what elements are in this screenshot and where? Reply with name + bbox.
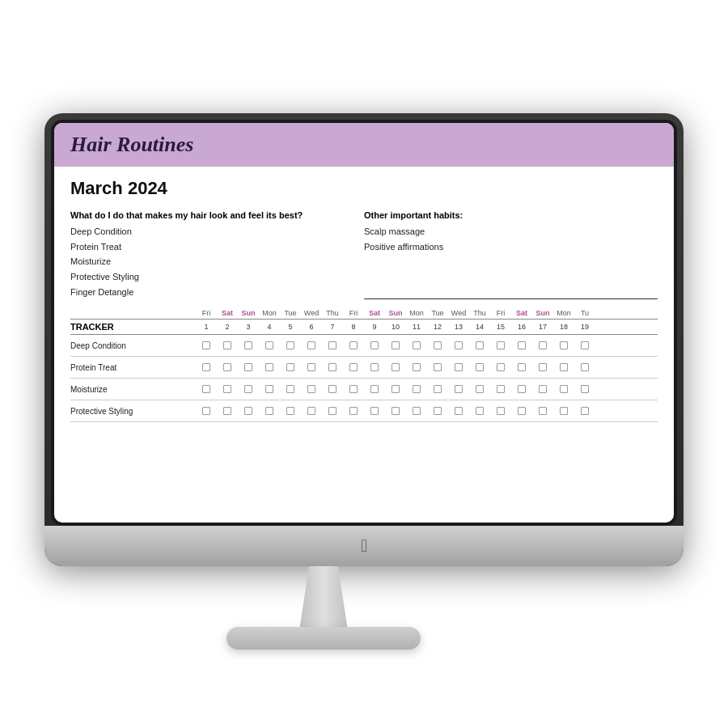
checkbox-cell[interactable] <box>238 335 259 356</box>
checkbox-cell[interactable] <box>322 357 343 378</box>
checkbox-cell[interactable] <box>574 379 595 400</box>
checkbox-box[interactable] <box>286 341 294 349</box>
checkbox-box[interactable] <box>455 363 463 371</box>
checkbox-cell[interactable] <box>532 400 553 421</box>
checkbox-box[interactable] <box>476 407 484 415</box>
checkbox-cell[interactable] <box>385 400 406 421</box>
checkbox-box[interactable] <box>349 407 358 415</box>
checkbox-cell[interactable] <box>532 357 553 378</box>
checkbox-box[interactable] <box>328 385 336 393</box>
checkbox-box[interactable] <box>455 341 463 349</box>
checkbox-box[interactable] <box>539 341 547 349</box>
checkbox-cell[interactable] <box>553 357 574 378</box>
checkbox-box[interactable] <box>581 385 589 393</box>
checkbox-box[interactable] <box>497 341 505 349</box>
checkbox-box[interactable] <box>518 341 526 349</box>
checkbox-box[interactable] <box>497 407 505 415</box>
checkbox-cell[interactable] <box>322 400 343 421</box>
checkbox-cell[interactable] <box>343 335 364 356</box>
checkbox-cell[interactable] <box>259 335 280 356</box>
checkbox-cell[interactable] <box>532 335 553 356</box>
checkbox-box[interactable] <box>244 341 252 349</box>
checkbox-cell[interactable] <box>406 379 427 400</box>
checkbox-cell[interactable] <box>385 335 406 356</box>
checkbox-box[interactable] <box>328 341 336 349</box>
checkbox-cell[interactable] <box>427 400 448 421</box>
checkbox-cell[interactable] <box>196 357 217 378</box>
checkbox-cell[interactable] <box>364 357 385 378</box>
checkbox-box[interactable] <box>223 363 231 371</box>
checkbox-cell[interactable] <box>469 335 490 356</box>
checkbox-box[interactable] <box>265 385 273 393</box>
checkbox-cell[interactable] <box>469 357 490 378</box>
checkbox-box[interactable] <box>434 407 442 415</box>
checkbox-box[interactable] <box>244 363 252 371</box>
checkbox-cell[interactable] <box>406 400 427 421</box>
checkbox-cell[interactable] <box>469 400 490 421</box>
checkbox-cell[interactable] <box>280 379 301 400</box>
checkbox-cell[interactable] <box>259 379 280 400</box>
checkbox-box[interactable] <box>434 363 442 371</box>
checkbox-cell[interactable] <box>406 357 427 378</box>
checkbox-cell[interactable] <box>490 357 511 378</box>
checkbox-box[interactable] <box>518 363 526 371</box>
checkbox-box[interactable] <box>307 341 315 349</box>
checkbox-box[interactable] <box>560 363 568 371</box>
checkbox-cell[interactable] <box>511 379 532 400</box>
checkbox-box[interactable] <box>223 341 231 349</box>
checkbox-box[interactable] <box>349 385 358 393</box>
checkbox-cell[interactable] <box>259 357 280 378</box>
checkbox-box[interactable] <box>349 363 358 371</box>
checkbox-box[interactable] <box>539 407 547 415</box>
checkbox-box[interactable] <box>265 341 273 349</box>
checkbox-box[interactable] <box>370 385 379 393</box>
checkbox-cell[interactable] <box>427 357 448 378</box>
checkbox-box[interactable] <box>518 407 526 415</box>
checkbox-cell[interactable] <box>364 335 385 356</box>
checkbox-box[interactable] <box>413 341 421 349</box>
checkbox-cell[interactable] <box>574 400 595 421</box>
checkbox-cell[interactable] <box>574 335 595 356</box>
checkbox-box[interactable] <box>455 407 463 415</box>
checkbox-box[interactable] <box>392 363 400 371</box>
checkbox-box[interactable] <box>265 407 273 415</box>
checkbox-box[interactable] <box>286 407 294 415</box>
checkbox-box[interactable] <box>307 407 315 415</box>
checkbox-cell[interactable] <box>301 379 322 400</box>
checkbox-cell[interactable] <box>238 379 259 400</box>
checkbox-box[interactable] <box>560 341 568 349</box>
checkbox-cell[interactable] <box>196 379 217 400</box>
checkbox-cell[interactable] <box>343 357 364 378</box>
checkbox-box[interactable] <box>539 385 547 393</box>
checkbox-box[interactable] <box>370 363 379 371</box>
checkbox-cell[interactable] <box>196 400 217 421</box>
checkbox-cell[interactable] <box>259 400 280 421</box>
checkbox-box[interactable] <box>349 341 358 349</box>
checkbox-cell[interactable] <box>364 379 385 400</box>
checkbox-cell[interactable] <box>217 357 238 378</box>
checkbox-cell[interactable] <box>364 400 385 421</box>
checkbox-box[interactable] <box>307 385 315 393</box>
checkbox-box[interactable] <box>413 363 421 371</box>
checkbox-box[interactable] <box>328 363 336 371</box>
checkbox-cell[interactable] <box>469 379 490 400</box>
checkbox-box[interactable] <box>434 341 442 349</box>
checkbox-box[interactable] <box>434 385 442 393</box>
checkbox-box[interactable] <box>202 407 210 415</box>
checkbox-cell[interactable] <box>322 335 343 356</box>
checkbox-box[interactable] <box>581 341 589 349</box>
checkbox-box[interactable] <box>392 385 400 393</box>
checkbox-cell[interactable] <box>553 400 574 421</box>
checkbox-box[interactable] <box>476 341 484 349</box>
checkbox-cell[interactable] <box>511 335 532 356</box>
checkbox-cell[interactable] <box>427 335 448 356</box>
checkbox-box[interactable] <box>413 385 421 393</box>
checkbox-box[interactable] <box>223 407 231 415</box>
checkbox-box[interactable] <box>455 385 463 393</box>
checkbox-cell[interactable] <box>532 379 553 400</box>
checkbox-cell[interactable] <box>301 357 322 378</box>
checkbox-cell[interactable] <box>553 335 574 356</box>
checkbox-box[interactable] <box>328 407 336 415</box>
checkbox-box[interactable] <box>581 407 589 415</box>
checkbox-cell[interactable] <box>301 400 322 421</box>
